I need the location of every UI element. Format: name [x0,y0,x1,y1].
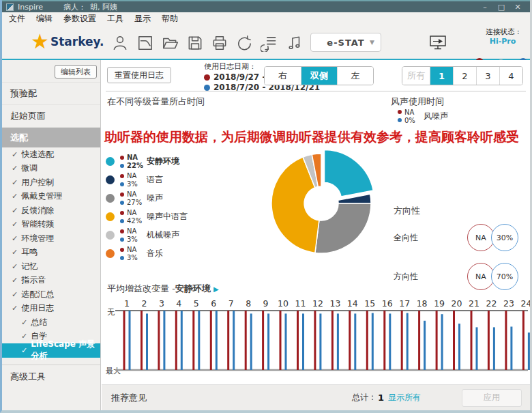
maximize-button[interactable]: □ [496,3,507,12]
check-icon: ✓ [21,332,27,341]
menu-item-编辑[interactable]: 编辑 [36,13,53,25]
open-folder-icon[interactable] [161,34,179,52]
legend-log-values: NA3% [120,246,145,262]
check-icon: ✓ [12,304,18,313]
media-player-icon[interactable] [286,34,304,52]
patient-name: 胡, 阿姨 [90,2,117,12]
svg-text:10: 10 [278,298,289,309]
sidebar-item-记忆[interactable]: ✓记忆 [2,259,100,274]
red-log-value: NA [127,172,145,180]
sidebar-item-佩戴史管理[interactable]: ✓佩戴史管理 [2,190,100,204]
sidebar-item-微调[interactable]: ✓微调 [2,162,100,176]
red-log-value: NA [127,154,145,161]
datalog-notes-icon[interactable] [261,34,278,52]
screen-share-icon[interactable] [428,33,448,53]
check-icon: ✓ [12,276,18,285]
sidebar-item-环境管理[interactable]: ✓环境管理 [2,231,100,246]
red-log-dot [120,211,124,215]
apply-button[interactable]: 应用 [462,389,522,407]
sidebar-item-label: 指示音 [21,274,46,286]
sidebar-item-选配[interactable]: 选配 [2,127,100,147]
blue-log-circle: 30% [491,224,518,251]
red-log-value: NA [127,190,145,198]
legend-color-dot [106,194,115,203]
svg-text:7: 7 [228,298,234,309]
save-icon[interactable] [186,34,204,52]
legend-label: 机械噪声 [147,229,179,241]
side-button-左[interactable]: 左 [337,67,373,85]
red-log-dot [120,156,124,160]
show-all-link[interactable]: 显示所有 [388,392,421,403]
blue-log-value: 22% [127,162,145,169]
menu-item-显示[interactable]: 显示 [134,13,151,25]
gain-bar-blue-ch14 [354,313,356,370]
blue-log-value: 27% [127,199,145,206]
blue-log-dot [120,182,124,186]
sidebar-item-指示音[interactable]: ✓指示音 [2,274,100,288]
gain-bar-red-ch11 [297,311,299,370]
main-content: 重置使用日志 使用日志日期 : 2018/9/27 - 2018/12/2120… [102,60,530,410]
gain-bar-blue-ch19 [441,314,443,370]
pie-slice-安静环境[interactable] [325,150,374,197]
close-button[interactable]: ✕ [512,3,523,12]
legend-label: 噪声 [147,193,163,204]
menu-bar: 文件编辑参数设置工具显示帮助 [2,12,530,25]
side-button-双侧[interactable]: 双侧 [301,67,337,85]
memory-button-2[interactable]: 2 [453,67,476,85]
memory-button-所有[interactable]: 所有 [402,67,430,85]
fitting-curve-icon[interactable] [136,34,154,52]
blue-log-dot [120,219,124,223]
reset-datalog-button[interactable]: 重置使用日志 [107,67,171,83]
sidebar-item-总结[interactable]: ✓总结 [2,315,100,330]
sidebar-item-选配汇总[interactable]: ✓选配汇总 [2,287,100,302]
environment-pie-chart [253,143,396,263]
estat-dropdown[interactable]: e-STAT ▼ [310,33,381,52]
blue-log-value: 3% [127,254,145,261]
check-icon: ✓ [12,234,18,243]
undo-icon[interactable] [236,34,254,52]
sidebar-item-LifeScape 声景分析[interactable]: ✓LifeScape 声景分析 [2,343,100,358]
gain-bar-red-ch15 [366,311,368,370]
gain-change-title: 平均增益改变量 -安静环境 ▶ [107,283,219,295]
patient-icon[interactable] [111,34,129,52]
sidebar-item-预验配[interactable]: 预验配 [2,82,100,104]
side-toggle: 右双侧左 [264,66,374,85]
gain-bar-red-ch24 [522,311,524,370]
red-log-circle: NA [467,263,494,290]
sidebar-item-使用日志[interactable]: ✓使用日志 [2,302,100,316]
check-icon: ✓ [12,150,18,159]
gain-bar-red-ch14 [349,311,351,370]
sidebar-item-智能转频[interactable]: ✓智能转频 [2,218,100,232]
gain-bar-blue-ch23 [510,327,512,371]
sidebar-item-快速选配[interactable]: ✓快速选配 [2,147,100,162]
check-icon: ✓ [21,346,27,355]
wind-noise-label: 风噪声 [424,111,448,122]
sidebar-item-耳鸣[interactable]: ✓耳鸣 [2,246,100,260]
recommendations-bar: 推荐意见 总计 : 1 显示所有 应用 [102,384,530,410]
memory-button-4[interactable]: 4 [499,67,522,85]
memory-button-1[interactable]: 1 [430,67,453,85]
sidebar-item-用户控制[interactable]: ✓用户控制 [2,175,100,190]
edit-list-button[interactable]: 编辑列表 [55,65,97,79]
menu-item-帮助[interactable]: 帮助 [162,13,178,25]
menu-item-工具[interactable]: 工具 [107,13,123,25]
print-icon[interactable] [211,34,228,52]
pie-slice-噪声[interactable] [315,203,371,253]
side-button-右[interactable]: 右 [265,67,301,85]
red-log-dot [120,248,124,252]
sidebar-item-高级工具[interactable]: 高级工具 [2,365,100,389]
memory-button-3[interactable]: 3 [476,67,499,85]
menu-item-参数设置[interactable]: 参数设置 [63,13,96,25]
svg-text:5: 5 [194,298,199,309]
directionality-row-label: 方向性 [394,271,467,283]
expand-arrow-icon[interactable]: ▶ [213,285,219,293]
minimize-button[interactable]: – [479,3,490,12]
wind-section-title: 风声使用时间 [391,96,444,108]
sidebar-items: 预验配起始页面选配✓快速选配✓微调✓用户控制✓佩戴史管理✓反馈消除✓智能转频✓环… [2,82,100,389]
svg-text:6: 6 [211,298,216,309]
sidebar-item-反馈消除[interactable]: ✓反馈消除 [2,203,100,218]
sidebar-item-起始页面[interactable]: 起始页面 [2,104,100,127]
gain-bar-blue-ch2 [146,313,148,370]
menu-item-文件[interactable]: 文件 [9,13,25,25]
svg-text:18: 18 [417,298,428,309]
